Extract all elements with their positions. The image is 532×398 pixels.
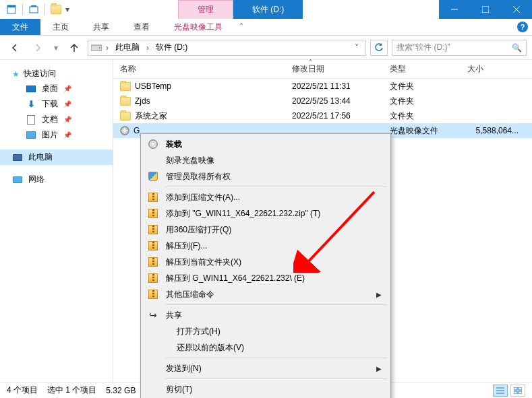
details-view-button[interactable]: [493, 385, 508, 397]
context-menu-label: 解压到当前文件夹(X): [166, 257, 241, 268]
refresh-button[interactable]: [370, 40, 388, 56]
ribbon-tab-disc-tools[interactable]: 光盘映像工具: [162, 19, 235, 35]
sidebar-item-label: 图片: [42, 129, 58, 141]
context-menu-item[interactable]: 刻录光盘映像: [143, 152, 388, 168]
cell-type: 文件夹: [383, 96, 461, 107]
pin-icon: 📌: [63, 116, 71, 123]
up-button[interactable]: [65, 38, 84, 57]
file-row[interactable]: USBTemp2022/5/21 11:31文件夹: [113, 79, 532, 94]
sidebar-item-this-pc[interactable]: 此电脑: [0, 150, 113, 165]
sidebar-quick-access[interactable]: ★ 快速访问: [0, 67, 113, 81]
search-input[interactable]: 搜索"软件 (D:)" 🔍: [392, 40, 527, 56]
context-menu-item[interactable]: ↪共享: [143, 307, 388, 323]
sidebar-item-downloads[interactable]: ⬇下载📌: [0, 96, 113, 112]
context-menu-item[interactable]: 解压到 G_WIN11_X64_22621.232\ (E): [143, 270, 388, 286]
qat-dropdown-icon[interactable]: ▾: [65, 2, 70, 17]
breadcrumb-drive[interactable]: 软件 (D:): [153, 42, 190, 53]
context-menu-item[interactable]: 还原以前的版本(V): [143, 339, 388, 356]
ribbon: 文件 主页 共享 查看 光盘映像工具 ˄ ?: [0, 19, 532, 36]
file-rows: USBTemp2022/5/21 11:31文件夹Zjds2022/5/25 1…: [113, 79, 532, 138]
address-dropdown-icon[interactable]: ˅: [351, 43, 363, 53]
context-menu-label: 共享: [166, 310, 182, 321]
folder-icon: [120, 112, 131, 121]
cell-type: 文件夹: [383, 81, 461, 92]
status-size: 5.32 GB: [106, 386, 136, 395]
quick-access-toolbar: ▾: [0, 0, 70, 19]
document-icon: [26, 115, 36, 125]
ribbon-collapse-icon[interactable]: ˄: [235, 19, 248, 35]
file-row[interactable]: Zjds2022/5/25 13:44文件夹: [113, 94, 532, 108]
context-menu-item[interactable]: 装载: [143, 136, 388, 152]
file-name: 系统之家: [135, 110, 167, 122]
context-menu-item[interactable]: 打开方式(H): [143, 323, 388, 339]
archive-icon: [147, 288, 159, 300]
ribbon-tab-home[interactable]: 主页: [40, 19, 81, 35]
new-folder-icon[interactable]: [26, 2, 41, 17]
svg-rect-1: [7, 5, 16, 7]
sidebar-quick-access-label: 快速访问: [24, 68, 56, 79]
sidebar-item-desktop[interactable]: 桌面📌: [0, 81, 113, 96]
context-menu-separator: [166, 358, 387, 358]
file-name: Zjds: [135, 96, 150, 106]
network-icon: [12, 175, 23, 185]
submenu-arrow-icon: ▶: [376, 365, 388, 372]
ribbon-tab-view[interactable]: 查看: [121, 19, 162, 35]
column-header-date[interactable]: 修改日期: [285, 60, 383, 78]
archive-icon: [147, 256, 159, 268]
star-icon: ★: [12, 69, 20, 79]
column-label: 名称: [120, 63, 136, 75]
back-button[interactable]: [5, 38, 24, 57]
column-header-name[interactable]: 名称: [113, 60, 285, 78]
context-menu-item[interactable]: 剪切(T): [143, 381, 388, 397]
sidebar-item-documents[interactable]: 文档📌: [0, 112, 113, 127]
chevron-right-icon[interactable]: ›: [145, 43, 150, 53]
cell-date: 2022/5/25 13:44: [285, 96, 383, 106]
column-label: 大小: [467, 63, 483, 75]
properties-icon[interactable]: [4, 2, 19, 17]
context-menu-item[interactable]: 解压到当前文件夹(X): [143, 254, 388, 270]
sidebar-item-network[interactable]: 网络: [0, 172, 113, 187]
recent-dropdown-icon[interactable]: ▾: [51, 38, 61, 57]
context-menu-label: 解压到(F)...: [166, 240, 207, 252]
context-menu-item[interactable]: 添加到 "G_WIN11_X64_22621.232.zip" (T): [143, 205, 388, 222]
svg-rect-14: [514, 387, 517, 390]
picture-icon: [26, 131, 36, 140]
file-row[interactable]: 系统之家2022/5/21 17:56文件夹: [113, 108, 532, 123]
cell-type: 文件夹: [383, 110, 461, 122]
context-menu-item[interactable]: 用360压缩打开(Q): [143, 222, 388, 238]
folder-icon: [120, 82, 131, 91]
close-button[interactable]: [501, 0, 532, 19]
context-menu-separator: [166, 304, 387, 305]
context-menu-item[interactable]: 发送到(N)▶: [143, 360, 388, 376]
cell-name: 系统之家: [113, 110, 285, 122]
chevron-right-icon[interactable]: ›: [105, 43, 110, 53]
pin-icon: 📌: [63, 85, 71, 92]
window-controls: [439, 0, 532, 19]
ribbon-tab-share[interactable]: 共享: [81, 19, 121, 35]
context-menu-item[interactable]: 其他压缩命令▶: [143, 286, 388, 302]
context-menu-label: 装载: [166, 139, 182, 150]
column-header-size[interactable]: 大小: [461, 60, 532, 78]
svg-rect-17: [519, 391, 522, 394]
context-menu-item[interactable]: 管理员取得所有权: [143, 168, 388, 185]
context-menu-item[interactable]: 解压到(F)...: [143, 238, 388, 254]
sidebar-item-pictures[interactable]: 图片📌: [0, 127, 113, 143]
search-icon[interactable]: 🔍: [512, 43, 522, 53]
title-drive-label: 软件 (D:): [233, 0, 303, 19]
explorer-icon: [49, 2, 63, 17]
minimize-button[interactable]: [439, 0, 470, 19]
file-tab[interactable]: 文件: [0, 19, 40, 35]
breadcrumb-this-pc[interactable]: 此电脑: [113, 42, 142, 53]
address-bar[interactable]: › 此电脑 › 软件 (D:) ˅: [88, 40, 366, 56]
cell-type: 光盘映像文件: [383, 125, 461, 137]
context-tab-manage[interactable]: 管理: [178, 0, 233, 19]
context-menu-item[interactable]: 添加到压缩文件(A)...: [143, 189, 388, 205]
thumbnails-view-button[interactable]: [510, 385, 525, 397]
maximize-button[interactable]: [470, 0, 501, 19]
column-header-type[interactable]: 类型: [383, 60, 461, 78]
svg-rect-5: [482, 6, 489, 13]
help-button[interactable]: ?: [513, 19, 532, 35]
archive-icon: [147, 240, 159, 252]
nav-toolbar: ▾ › 此电脑 › 软件 (D:) ˅ 搜索"软件 (D:)" 🔍: [0, 36, 532, 60]
forward-button[interactable]: [28, 38, 47, 57]
